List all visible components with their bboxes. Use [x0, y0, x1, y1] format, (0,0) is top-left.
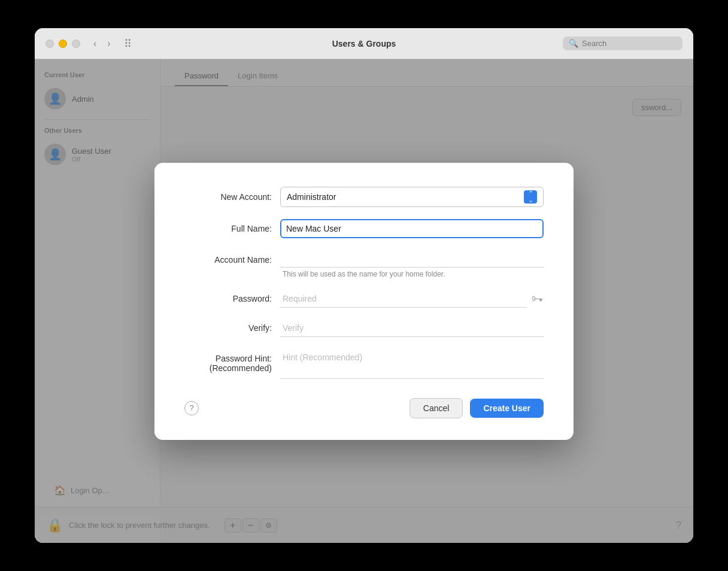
chevron-icon: ⌃⌄ — [524, 190, 537, 204]
mac-window: ‹ › ⠿ Users & Groups 🔍 Current User 👤 Ad… — [35, 28, 693, 543]
verify-label: Verify: — [184, 323, 280, 333]
full-name-field — [280, 219, 544, 238]
close-button[interactable] — [46, 40, 54, 48]
account-name-hint: This will be used as the name for your h… — [280, 270, 544, 278]
full-name-label: Full Name: — [184, 224, 280, 233]
account-type-field: Administrator ⌃⌄ — [280, 187, 544, 207]
modal-overlay: New Account: Administrator ⌃⌄ Full Name: — [35, 59, 693, 543]
hint-row: Password Hint: (Recommended) — [184, 349, 544, 381]
window-title: Users & Groups — [332, 39, 396, 48]
chevron-inner: ⌃⌄ — [528, 190, 533, 204]
verify-row: Verify: — [184, 320, 544, 337]
account-name-field: This will be used as the name for your h… — [280, 250, 544, 278]
nav-buttons: ‹ › — [90, 36, 114, 51]
hint-label: Password Hint: (Recommended) — [184, 349, 280, 373]
search-input[interactable] — [582, 39, 677, 48]
full-name-row: Full Name: — [184, 219, 544, 238]
search-icon: 🔍 — [569, 39, 578, 48]
hint-textarea[interactable] — [280, 349, 544, 379]
back-button[interactable]: ‹ — [90, 36, 100, 51]
grid-view-button[interactable]: ⠿ — [119, 35, 136, 53]
create-user-button[interactable]: Create User — [470, 399, 544, 418]
password-input-wrap — [280, 290, 527, 308]
password-input[interactable] — [280, 290, 527, 308]
footer-buttons: Cancel Create User — [410, 398, 544, 418]
create-user-dialog: New Account: Administrator ⌃⌄ Full Name: — [154, 163, 574, 440]
account-type-value: Administrator — [287, 192, 519, 202]
forward-button[interactable]: › — [104, 36, 114, 51]
password-input-row: 🗝 — [280, 290, 544, 308]
hint-field — [280, 349, 544, 381]
password-label: Password: — [184, 294, 280, 303]
traffic-lights — [46, 40, 80, 48]
new-account-label: New Account: — [184, 192, 280, 202]
account-type-select[interactable]: Administrator ⌃⌄ — [280, 187, 544, 207]
title-bar: ‹ › ⠿ Users & Groups 🔍 — [35, 28, 693, 59]
account-name-input[interactable] — [280, 250, 544, 268]
verify-input[interactable] — [280, 320, 544, 337]
verify-field — [280, 320, 544, 337]
account-name-row: Account Name: This will be used as the n… — [184, 250, 544, 278]
maximize-button[interactable] — [72, 40, 80, 48]
minimize-button[interactable] — [59, 40, 67, 48]
key-icon[interactable]: 🗝 — [532, 292, 544, 306]
new-account-row: New Account: Administrator ⌃⌄ — [184, 187, 544, 207]
search-bar[interactable]: 🔍 — [563, 37, 682, 50]
full-name-input[interactable] — [280, 219, 544, 238]
dialog-help-button[interactable]: ? — [184, 401, 199, 415]
password-row: Password: 🗝 — [184, 290, 544, 308]
cancel-button[interactable]: Cancel — [410, 398, 463, 418]
main-content: Current User 👤 Admin Other Users 👤 Guest… — [35, 59, 693, 543]
password-field: 🗝 — [280, 290, 544, 308]
account-name-label: Account Name: — [184, 250, 280, 265]
dialog-footer: ? Cancel Create User — [184, 398, 544, 418]
